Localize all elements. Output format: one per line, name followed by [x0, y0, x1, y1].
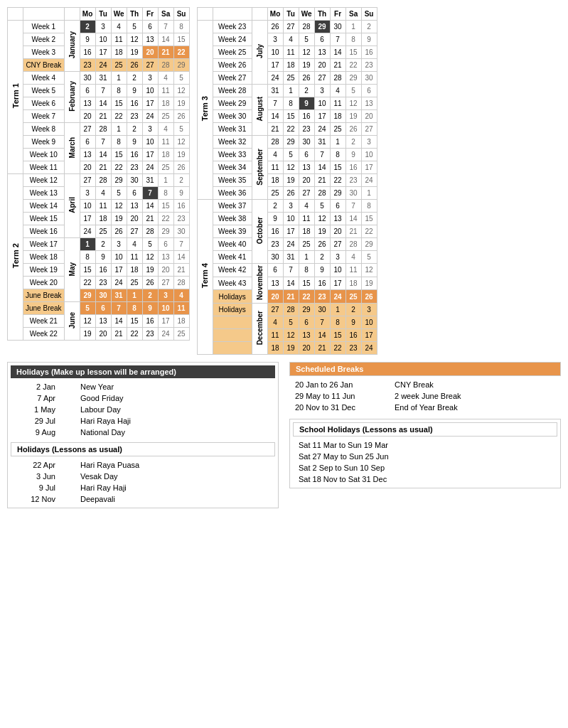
day-cell: 23	[267, 238, 283, 251]
day-cell: 31	[283, 251, 299, 264]
month-label: August	[252, 85, 267, 136]
list-item: 7 AprGood Friday	[11, 392, 275, 404]
day-cell: 15	[330, 161, 345, 174]
day-cell: 9	[361, 33, 377, 46]
right-calendar: Mo Tu We Th Fr Sa Su Term 3Week 23July26…	[197, 7, 377, 355]
legend-desc: New Year	[80, 382, 114, 391]
legend-date: 9 Aug	[16, 428, 55, 437]
day-cell: 7	[95, 136, 111, 149]
day-cell: 9	[314, 264, 330, 277]
day-cell: 8	[173, 21, 189, 33]
table-row: Week 3411121314151617	[197, 161, 377, 174]
day-cell: 1	[345, 21, 361, 33]
week-label: Week 27	[213, 72, 252, 85]
legend-desc: Hari Ray Haji	[80, 483, 127, 492]
day-cell: 30	[80, 72, 95, 85]
day-cell: 24	[95, 59, 111, 72]
day-cell: 19	[173, 97, 189, 110]
day-cell: 21	[314, 174, 330, 187]
day-cell: 12	[283, 161, 299, 174]
day-cell: 12	[173, 85, 189, 97]
day-cell: 10	[330, 264, 345, 277]
table-row: Week 362526272829301	[197, 187, 377, 200]
legend-desc: National Day	[80, 428, 125, 437]
day-cell: 4	[283, 33, 299, 46]
day-cell: 1	[111, 123, 127, 136]
week-label: Week 22	[23, 328, 65, 341]
day-cell: 23	[80, 59, 95, 72]
day-cell: 30	[127, 174, 142, 187]
day-cell: 24	[283, 238, 299, 251]
table-row: Week 1410111213141516	[8, 200, 190, 213]
col-term	[8, 8, 23, 21]
day-cell: 13	[330, 213, 345, 225]
day-cell: 2	[345, 303, 361, 316]
day-cell: 16	[299, 110, 314, 123]
table-row: Week 32September28293031123	[197, 136, 377, 149]
day-cell: 29	[158, 225, 173, 238]
day-cell: 25	[330, 123, 345, 136]
day-cell: 22	[127, 328, 142, 341]
day-cell: 30	[345, 187, 361, 200]
day-cell: 4	[330, 85, 345, 97]
day-cell: 27	[267, 303, 283, 316]
day-cell: 11	[95, 200, 111, 213]
table-row: Week 2617181920212223	[197, 59, 377, 72]
day-cell: 31	[111, 289, 127, 302]
day-cell: 18	[127, 264, 142, 277]
day-cell: 17	[361, 161, 377, 174]
day-cell: 15	[111, 97, 127, 110]
day-cell: 10	[142, 85, 158, 97]
day-cell: 2	[80, 21, 95, 33]
day-cell: 14	[267, 110, 283, 123]
day-cell: 28	[95, 123, 111, 136]
day-cell: 6	[80, 85, 95, 97]
day-cell: 4	[173, 289, 189, 302]
day-cell: 7	[283, 264, 299, 277]
day-cell: 12	[80, 315, 95, 328]
legend-desc: Hari Raya Puasa	[80, 461, 139, 469]
col-fr: Fr	[142, 8, 158, 21]
week-label: Holidays	[213, 303, 252, 316]
term-label: Term 2	[8, 174, 23, 341]
day-cell: 11	[267, 328, 283, 341]
day-cell: 20	[80, 161, 95, 174]
day-cell: 24	[111, 277, 127, 289]
day-cell: 14	[314, 328, 330, 341]
scheduled-breaks-title: Scheduled Breaks	[289, 362, 561, 376]
day-cell: 26	[299, 72, 314, 85]
day-cell: 29	[80, 289, 95, 302]
day-cell: 6	[142, 21, 158, 33]
day-cell: 2	[267, 200, 283, 213]
left-calendar: Mo Tu We Th Fr Sa Su Term 1Week 1January…	[7, 7, 190, 355]
day-cell: 17	[158, 315, 173, 328]
term-label: Term 1	[8, 21, 23, 174]
day-cell: 31	[267, 85, 283, 97]
day-cell: 24	[361, 174, 377, 187]
table-row: Week 2510111213141516	[197, 46, 377, 59]
day-cell: 21	[95, 161, 111, 174]
day-cell: 25	[345, 290, 361, 304]
day-cell: 21	[345, 225, 361, 238]
day-cell: 27	[80, 123, 95, 136]
day-cell: 3	[314, 85, 330, 97]
day-cell: 6	[299, 316, 314, 328]
list-item: 29 May to 11 Jun2 week June Break	[289, 390, 561, 402]
week-label: Week 40	[213, 238, 252, 251]
day-cell: 11	[111, 33, 127, 46]
day-cell: 18	[111, 46, 127, 59]
table-row: Week 3916171819202122	[197, 225, 377, 238]
day-cell: 17	[80, 213, 95, 225]
day-cell: 9	[95, 251, 111, 264]
day-cell: 1	[361, 187, 377, 200]
day-cell: 15	[111, 149, 127, 161]
day-cell: 17	[142, 97, 158, 110]
holidays-makeup-section: Holidays (Make up lesson will be arrange…	[7, 362, 279, 508]
legend-date: 29 Jul	[16, 417, 55, 425]
week-label: Week 39	[213, 225, 252, 238]
day-cell: 9	[142, 302, 158, 315]
day-cell: 21	[158, 46, 173, 59]
day-cell: 16	[345, 161, 361, 174]
day-cell: 15	[330, 328, 345, 341]
list-item: 3 JunVesak Day	[11, 471, 275, 482]
